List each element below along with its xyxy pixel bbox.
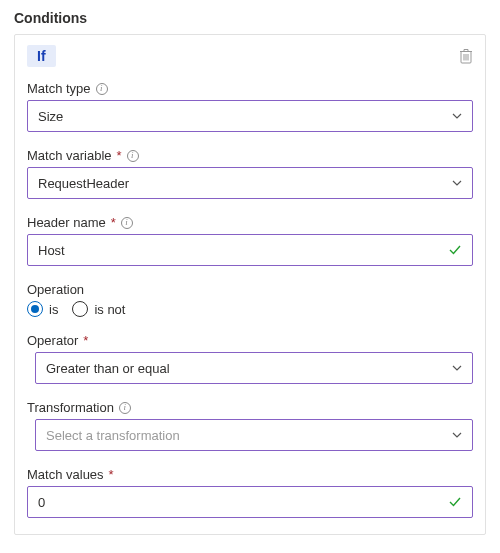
operator-value: Greater than or equal bbox=[46, 361, 170, 376]
check-icon bbox=[448, 495, 462, 509]
radio-unchecked-icon bbox=[72, 301, 88, 317]
transformation-label: Transformation bbox=[27, 400, 473, 415]
check-icon bbox=[448, 243, 462, 257]
match-type-select[interactable]: Size bbox=[27, 100, 473, 132]
operation-radio-is[interactable]: is bbox=[27, 301, 58, 317]
info-icon[interactable] bbox=[96, 83, 108, 95]
info-icon[interactable] bbox=[121, 217, 133, 229]
operation-label: Operation bbox=[27, 282, 473, 297]
match-values-input[interactable]: 0 bbox=[27, 486, 473, 518]
info-icon[interactable] bbox=[127, 150, 139, 162]
radio-checked-icon bbox=[27, 301, 43, 317]
match-values-value: 0 bbox=[38, 495, 45, 510]
match-variable-value: RequestHeader bbox=[38, 176, 129, 191]
if-badge: If bbox=[27, 45, 56, 67]
header-name-input[interactable]: Host bbox=[27, 234, 473, 266]
operation-radio-is-not[interactable]: is not bbox=[72, 301, 125, 317]
header-name-value: Host bbox=[38, 243, 65, 258]
delete-icon[interactable] bbox=[459, 48, 473, 64]
header-name-label: Header name * bbox=[27, 215, 473, 230]
transformation-select[interactable]: Select a transformation bbox=[35, 419, 473, 451]
match-type-value: Size bbox=[38, 109, 63, 124]
operator-label: Operator * bbox=[27, 333, 473, 348]
match-variable-label: Match variable * bbox=[27, 148, 473, 163]
chevron-down-icon bbox=[452, 111, 462, 121]
condition-card: If Match type Size Match variable * bbox=[14, 34, 486, 535]
chevron-down-icon bbox=[452, 178, 462, 188]
match-values-label: Match values * bbox=[27, 467, 473, 482]
match-variable-select[interactable]: RequestHeader bbox=[27, 167, 473, 199]
section-title: Conditions bbox=[14, 10, 486, 26]
transformation-placeholder: Select a transformation bbox=[46, 428, 180, 443]
operator-select[interactable]: Greater than or equal bbox=[35, 352, 473, 384]
chevron-down-icon bbox=[452, 363, 462, 373]
chevron-down-icon bbox=[452, 430, 462, 440]
info-icon[interactable] bbox=[119, 402, 131, 414]
match-type-label: Match type bbox=[27, 81, 473, 96]
